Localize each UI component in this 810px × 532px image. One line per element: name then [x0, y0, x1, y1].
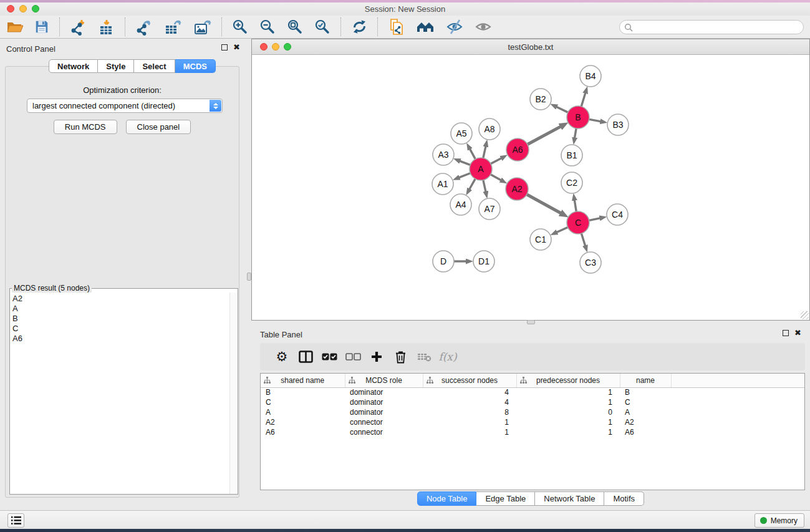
graph-node-D[interactable]: D: [433, 251, 454, 272]
column-header-mcds-role[interactable]: MCDS role: [345, 374, 423, 387]
cell-shared-name[interactable]: C: [261, 397, 345, 407]
close-panel-icon[interactable]: ✖: [233, 44, 240, 51]
unselect-all-checkboxes-button[interactable]: [341, 345, 365, 369]
tab-mcds[interactable]: MCDS: [175, 59, 216, 73]
cell-successor-nodes[interactable]: 4: [423, 387, 516, 397]
vertical-splitter-handle[interactable]: [247, 273, 251, 281]
zoom-fit-button[interactable]: [281, 16, 309, 37]
export-network-button[interactable]: [130, 16, 158, 37]
graph-node-C4[interactable]: C4: [607, 204, 628, 225]
search-input[interactable]: [636, 22, 803, 33]
save-session-button[interactable]: [29, 16, 55, 37]
graph-edge-A-A2[interactable]: [490, 174, 501, 180]
table-row[interactable]: Bdominator41B: [261, 387, 804, 397]
column-header-successor-nodes[interactable]: successor nodes: [423, 374, 516, 387]
cell-name[interactable]: B: [620, 387, 671, 397]
cell-name[interactable]: C: [620, 397, 671, 407]
tab-style[interactable]: Style: [98, 59, 134, 73]
tab-select[interactable]: Select: [134, 59, 175, 73]
column-header-name[interactable]: name: [620, 374, 671, 387]
cell-predecessor-nodes[interactable]: 1: [516, 397, 620, 407]
close-panel-icon[interactable]: ✖: [794, 329, 801, 337]
cell-name[interactable]: A: [620, 407, 671, 417]
graph-node-B2[interactable]: B2: [530, 89, 551, 110]
result-item[interactable]: B: [12, 314, 238, 324]
graph-node-A4[interactable]: A4: [450, 194, 471, 215]
graph-node-B1[interactable]: B1: [561, 145, 582, 166]
result-item[interactable]: C: [12, 324, 238, 334]
graph-edge-B-B2[interactable]: [556, 107, 569, 113]
graph-edge-A-A4[interactable]: [469, 178, 475, 190]
zoom-out-button[interactable]: [254, 16, 281, 37]
graph-edge-C-C3[interactable]: [581, 233, 586, 246]
open-session-button[interactable]: [0, 16, 29, 37]
graph-node-A6[interactable]: A6: [506, 138, 529, 161]
table-settings-button[interactable]: ⚙: [270, 345, 294, 369]
float-panel-icon[interactable]: [783, 330, 789, 336]
graph-edge-A-A5[interactable]: [470, 148, 476, 160]
result-item[interactable]: A6: [12, 334, 238, 344]
cell-predecessor-nodes[interactable]: 1: [516, 427, 620, 437]
cell-mcds-role[interactable]: connector: [345, 417, 423, 427]
select-all-checkboxes-button[interactable]: [317, 345, 341, 369]
graph-node-C[interactable]: C: [567, 211, 589, 234]
graph-edge-C-C4[interactable]: [589, 218, 600, 221]
import-table-button[interactable]: [92, 16, 120, 37]
resize-grip-icon[interactable]: [801, 311, 809, 319]
tab-motifs[interactable]: Motifs: [604, 491, 644, 506]
result-item[interactable]: A2: [12, 294, 238, 304]
table-row[interactable]: A6connector11A6: [261, 427, 804, 437]
table-row[interactable]: A2connector11A2: [261, 417, 804, 427]
graph-edge-C-C2[interactable]: [574, 200, 576, 212]
graph-edge-A-A1[interactable]: [459, 173, 471, 178]
graph-edge-B-B1[interactable]: [574, 128, 576, 138]
cell-shared-name[interactable]: A: [261, 407, 345, 417]
float-panel-icon[interactable]: [221, 44, 228, 51]
cell-shared-name[interactable]: A6: [261, 427, 345, 437]
graph-node-C1[interactable]: C1: [530, 229, 551, 250]
graph-node-C2[interactable]: C2: [561, 172, 582, 193]
cell-mcds-role[interactable]: connector: [345, 427, 423, 437]
cell-shared-name[interactable]: B: [261, 387, 345, 397]
cell-predecessor-nodes[interactable]: 0: [516, 407, 620, 417]
node-table[interactable]: shared nameMCDS rolesuccessor nodesprede…: [260, 373, 805, 490]
export-table-button[interactable]: [158, 16, 188, 37]
graph-node-A2[interactable]: A2: [506, 178, 528, 200]
cell-successor-nodes[interactable]: 1: [423, 417, 516, 427]
tab-network[interactable]: Network: [49, 59, 98, 73]
network-window-titlebar[interactable]: testGlobe.txt: [252, 39, 809, 55]
cell-mcds-role[interactable]: dominator: [345, 407, 423, 417]
home-panel-button[interactable]: [410, 16, 440, 37]
result-item[interactable]: A: [12, 304, 238, 314]
tab-edge-table[interactable]: Edge Table: [476, 491, 535, 506]
graph-edge-A-A6[interactable]: [490, 158, 502, 164]
tab-node-table[interactable]: Node Table: [417, 491, 477, 506]
window-titlebar[interactable]: Session: New Session: [0, 2, 810, 16]
zoom-in-button[interactable]: [226, 16, 254, 37]
graph-edge-A2-C[interactable]: [526, 194, 561, 213]
graph-node-A3[interactable]: A3: [433, 144, 454, 165]
show-graphics-details-button[interactable]: [469, 16, 498, 37]
graph-edge-C-C1[interactable]: [556, 227, 568, 233]
graph-node-B[interactable]: B: [567, 106, 589, 128]
close-panel-button[interactable]: Close panel: [126, 120, 191, 134]
cell-name[interactable]: A6: [620, 427, 671, 437]
column-header-shared-name[interactable]: shared name: [261, 374, 345, 387]
search-box[interactable]: [619, 20, 804, 34]
hide-graphics-details-button[interactable]: [440, 16, 469, 37]
tab-network-table[interactable]: Network Table: [535, 491, 604, 506]
horizontal-splitter-handle[interactable]: [527, 320, 535, 324]
cell-successor-nodes[interactable]: 4: [423, 397, 516, 407]
task-history-button[interactable]: [7, 513, 24, 528]
graph-node-A8[interactable]: A8: [479, 118, 500, 140]
cell-predecessor-nodes[interactable]: 1: [516, 387, 620, 397]
graph-edge-B-B4[interactable]: [581, 92, 586, 107]
graph-node-B3[interactable]: B3: [607, 114, 629, 135]
zoom-selected-button[interactable]: [309, 16, 336, 37]
cell-mcds-role[interactable]: dominator: [345, 397, 423, 407]
function-builder-button[interactable]: f(x): [436, 345, 460, 369]
cell-name[interactable]: A2: [620, 417, 671, 427]
network-canvas[interactable]: A5A8A3A1A4A7AA6A2B2B4BB3B1C2C4CC1C3DD1: [252, 56, 809, 320]
criterion-select[interactable]: largest connected component (directed): [27, 99, 223, 113]
refresh-button[interactable]: [345, 16, 373, 37]
